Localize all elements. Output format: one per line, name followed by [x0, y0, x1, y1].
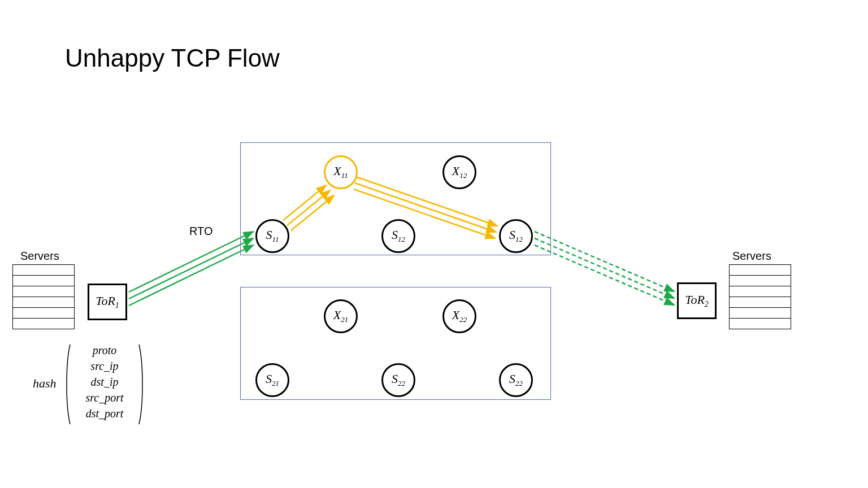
node-s22b: S22 [499, 363, 533, 397]
server-row [12, 318, 75, 329]
hash-label: hash [33, 376, 57, 391]
hash-tuple-item: src_ip [73, 358, 136, 374]
server-row [12, 264, 75, 276]
server-row [729, 297, 791, 308]
hash-tuple-item: proto [73, 342, 136, 358]
node-x11: X11 [324, 155, 358, 189]
server-row [12, 275, 75, 286]
svg-line-1 [129, 238, 253, 299]
tor2-box: ToR2 [677, 282, 717, 319]
hash-tuple: proto src_ip dst_ip src_port dst_port [73, 342, 136, 421]
node-s12b: S12 [499, 219, 533, 253]
node-x12: X12 [442, 155, 476, 189]
paren-right-icon [138, 343, 145, 425]
svg-line-10 [535, 238, 674, 298]
server-row [729, 275, 791, 286]
node-x22: X22 [442, 299, 476, 333]
left-servers-label: Servers [20, 250, 59, 263]
hash-tuple-item: src_port [73, 390, 136, 406]
node-s11: S11 [255, 219, 289, 253]
paren-left-icon [64, 343, 71, 425]
slide-title: Unhappy TCP Flow [65, 44, 280, 72]
node-s21: S21 [255, 363, 289, 397]
tor2-label: ToR2 [685, 293, 709, 309]
right-servers-label: Servers [732, 250, 771, 263]
server-row [12, 297, 75, 308]
server-row [729, 264, 791, 276]
server-row [729, 286, 791, 297]
server-row [12, 307, 75, 319]
svg-line-9 [535, 232, 674, 291]
server-row [12, 286, 75, 297]
server-row [729, 318, 791, 329]
tor1-label: ToR1 [96, 294, 119, 310]
node-s12a: S12 [381, 219, 415, 253]
node-s22a: S22 [381, 363, 415, 397]
svg-line-0 [129, 232, 253, 292]
svg-line-2 [129, 245, 253, 306]
rto-label: RTO [189, 225, 213, 238]
server-row [729, 307, 791, 319]
svg-line-11 [535, 245, 674, 305]
tor1-box: ToR1 [88, 284, 127, 320]
hash-tuple-item: dst_port [73, 406, 136, 421]
right-server-stack [729, 264, 791, 329]
left-server-stack [12, 264, 75, 329]
hash-tuple-item: dst_ip [73, 374, 136, 390]
node-x21: X21 [324, 299, 358, 333]
